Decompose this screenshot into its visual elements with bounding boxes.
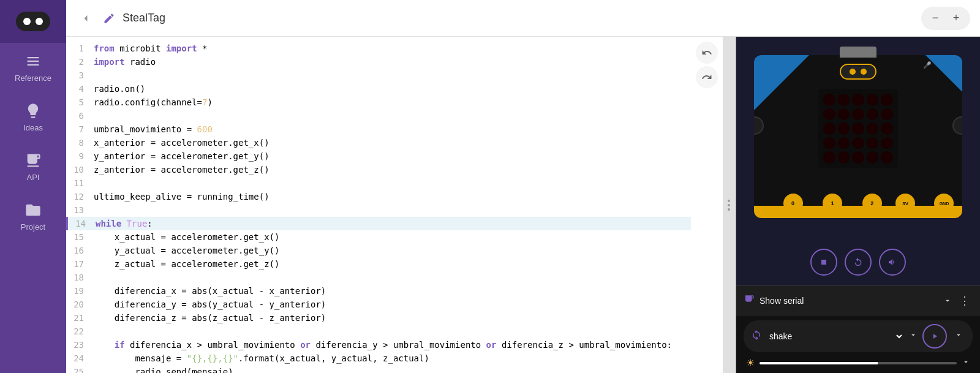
table-row: 19 diferencia_x = abs(x_actual - x_anter… xyxy=(66,284,691,298)
separator-dots xyxy=(728,200,730,211)
table-row: 6 xyxy=(66,109,691,122)
led xyxy=(838,94,850,106)
microbit-simulator: 🎤 B xyxy=(736,37,980,285)
led xyxy=(881,151,893,164)
table-row: 7 umbral_movimiento = 600 xyxy=(66,122,691,136)
zoom-out-button[interactable]: − xyxy=(926,9,944,28)
pin-1-label: 1 xyxy=(831,200,834,206)
led xyxy=(823,108,835,121)
logo-eye-left xyxy=(23,18,31,25)
table-row: 20 diferencia_y = abs(y_actual - y_anter… xyxy=(66,298,691,311)
led xyxy=(852,137,864,149)
editor-body: 1 from microbit import * 2 import radio … xyxy=(66,37,980,373)
led xyxy=(838,122,850,135)
led xyxy=(823,137,835,149)
sidebar-item-label-api: API xyxy=(27,173,40,182)
brightness-expand-button[interactable] xyxy=(962,358,970,369)
board-logo xyxy=(840,64,876,80)
right-panel: 🎤 B xyxy=(735,37,980,373)
undo-button[interactable] xyxy=(696,42,718,64)
serial-dropdown-button[interactable] xyxy=(943,296,952,305)
table-row: 18 xyxy=(66,271,691,284)
led xyxy=(867,108,879,121)
pin-0-connector[interactable]: 0 xyxy=(783,194,803,213)
pin-1-connector[interactable]: 1 xyxy=(823,194,842,213)
led xyxy=(867,122,879,135)
brightness-slider[interactable] xyxy=(760,362,957,364)
led xyxy=(852,122,864,135)
redo-button[interactable] xyxy=(696,66,718,88)
microbit-board: 🎤 B xyxy=(754,55,962,218)
pin-0-label: 0 xyxy=(791,200,794,206)
pin-gnd-label: GND xyxy=(940,202,949,206)
table-row: 25 radio.send(mensaje) xyxy=(66,365,691,373)
reset-button[interactable] xyxy=(845,249,872,276)
sound-button[interactable] xyxy=(879,249,906,276)
panel-separator[interactable] xyxy=(723,37,735,373)
table-row: 13 xyxy=(66,203,691,217)
edit-icon xyxy=(103,12,115,24)
led xyxy=(838,108,850,121)
table-row: 2 import radio xyxy=(66,55,691,69)
led xyxy=(852,108,864,121)
table-row: 21 diferencia_z = abs(z_actual - z_anter… xyxy=(66,311,691,325)
usb-port xyxy=(840,47,876,58)
svg-rect-0 xyxy=(821,260,826,265)
brightness-icon: ☀ xyxy=(746,357,755,369)
led xyxy=(867,137,879,149)
pin-2-connector[interactable]: 2 xyxy=(862,194,882,213)
brightness-row: ☀ xyxy=(744,357,973,369)
table-row: 5 radio.config(channel=7) xyxy=(66,96,691,109)
pin-2-label: 2 xyxy=(870,200,873,206)
led xyxy=(852,94,864,106)
table-row: 24 mensaje = "{},{},{}".format(x_actual,… xyxy=(66,352,691,365)
zoom-in-button[interactable]: + xyxy=(947,9,965,28)
sidebar-item-ideas[interactable]: Ideas xyxy=(0,92,66,142)
table-row: 16 y_actual = accelerometer.get_y() xyxy=(66,244,691,257)
table-row: 4 radio.on() xyxy=(66,82,691,96)
button-b[interactable] xyxy=(952,116,962,135)
play-button[interactable] xyxy=(922,324,947,349)
serial-more-button[interactable]: ⋮ xyxy=(957,292,973,310)
sidebar-logo[interactable] xyxy=(0,0,66,43)
editor-actions xyxy=(691,37,723,373)
table-row: 1 from microbit import * xyxy=(66,42,691,55)
led xyxy=(867,94,879,106)
sidebar: Reference Ideas API Project xyxy=(0,0,66,373)
sidebar-item-reference[interactable]: Reference xyxy=(0,43,66,92)
logo-led-left xyxy=(850,69,856,75)
project-icon xyxy=(24,202,42,219)
led xyxy=(881,137,893,149)
logo-shape xyxy=(16,12,50,31)
simulator-event-select[interactable]: shake tilt left tilt right face up face … xyxy=(767,331,904,342)
led xyxy=(881,108,893,121)
pin-3v-label: 3V xyxy=(902,201,908,206)
collapse-sidebar-button[interactable] xyxy=(76,9,96,28)
sidebar-item-label-reference: Reference xyxy=(15,73,51,83)
stop-button[interactable] xyxy=(810,249,837,276)
table-row: 8 x_anterior = accelerometer.get_x() xyxy=(66,136,691,149)
serial-title: Show serial xyxy=(760,296,938,306)
board-corner-tr xyxy=(925,55,962,92)
main-content: StealTag − + 1 from microbit import * 2 … xyxy=(66,0,980,373)
led xyxy=(823,151,835,164)
led xyxy=(881,94,893,106)
sim-bottom: shake tilt left tilt right face up face … xyxy=(736,315,980,373)
sim-expand-button[interactable] xyxy=(952,328,965,344)
led xyxy=(823,94,835,106)
sidebar-item-api[interactable]: API xyxy=(0,142,66,192)
table-row: 17 z_actual = accelerometer.get_z() xyxy=(66,257,691,271)
zoom-controls: − + xyxy=(921,7,970,30)
microbit-board-wrapper: 🎤 B xyxy=(754,47,962,218)
sidebar-item-label-ideas: Ideas xyxy=(23,123,43,132)
code-editor[interactable]: 1 from microbit import * 2 import radio … xyxy=(66,37,691,373)
button-a[interactable] xyxy=(754,116,764,135)
pins-area: 0 1 2 3V xyxy=(754,191,962,218)
file-name: StealTag xyxy=(123,12,914,24)
reference-icon xyxy=(24,53,42,70)
api-icon xyxy=(24,152,42,169)
sidebar-item-project[interactable]: Project xyxy=(0,192,66,241)
event-chevron-icon[interactable] xyxy=(909,331,918,342)
led xyxy=(867,151,879,164)
pin-3v-connector[interactable]: 3V xyxy=(895,194,915,213)
